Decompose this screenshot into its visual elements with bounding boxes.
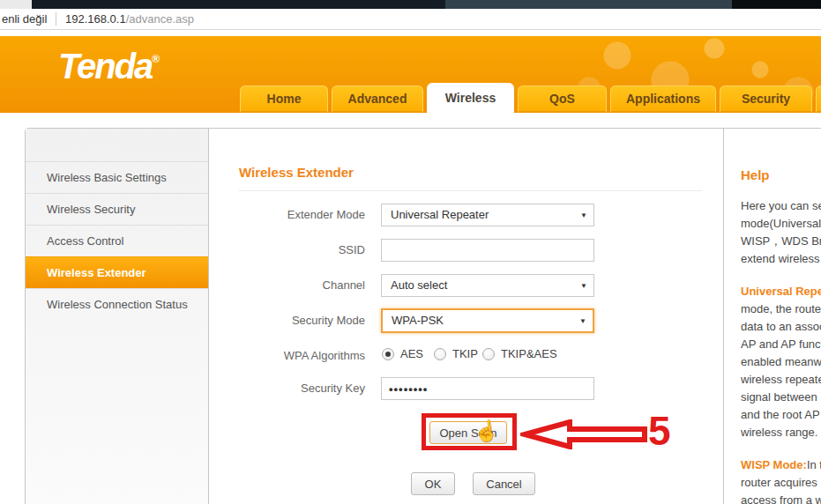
radio-option-tkip[interactable]: TKIP	[434, 347, 478, 360]
router-admin-page: enli değil 192.168.0.1/advance.asp Tenda…	[0, 0, 821, 504]
annotation-arrow-left-icon	[520, 419, 649, 449]
registered-mark: ®	[152, 53, 160, 65]
tab-wireless[interactable]: Wireless	[427, 83, 514, 113]
radio-checked-icon[interactable]	[382, 348, 394, 360]
security-key-row: Security Key	[210, 377, 723, 404]
tenda-logo: Tenda®	[58, 47, 160, 86]
help-text-line: router acquires	[741, 474, 821, 492]
tab-qos[interactable]: QoS	[518, 85, 607, 113]
help-text-line: signal between	[741, 389, 821, 406]
cancel-button[interactable]: Cancel	[473, 472, 535, 495]
sidebar-spacer	[26, 129, 208, 161]
extender-mode-row: Extender Mode Universal Repeater ▼	[210, 204, 723, 230]
browser-tab-bar-right	[732, 0, 821, 9]
extender-mode-select[interactable]: Universal Repeater ▼	[381, 204, 594, 226]
radio-option-tkip-aes[interactable]: TKIP&AES	[482, 347, 557, 360]
tab-home[interactable]: Home	[240, 85, 328, 113]
help-panel: Help Here you can se mode(Universal WISP…	[723, 129, 821, 504]
chevron-down-icon: ▼	[579, 310, 586, 332]
open-scan-button[interactable]: Open Scan	[429, 421, 507, 444]
chevron-down-icon: ▼	[580, 204, 587, 226]
help-text-line: extend wireless	[741, 250, 821, 268]
sidebar-item-wireless-basic-settings[interactable]: Wireless Basic Settings	[26, 161, 208, 193]
tab-security[interactable]: Security	[720, 85, 812, 113]
help-text-line: access from a w	[741, 492, 821, 504]
security-key-input[interactable]	[381, 377, 594, 400]
security-key-label: Security Key	[210, 377, 365, 400]
main-panel: Wireless Extender Extender Mode Universa…	[210, 129, 723, 504]
sidebar-item-wireless-security[interactable]: Wireless Security	[26, 193, 208, 225]
page-title: Wireless Extender	[239, 165, 354, 180]
title-divider	[239, 190, 702, 191]
help-text-line: wireless repeate	[741, 371, 821, 389]
channel-row: Channel Auto select ▼	[210, 274, 723, 300]
help-section-heading: WISP Mode:	[741, 458, 807, 471]
ok-button[interactable]: OK	[411, 472, 455, 495]
url-field[interactable]: 192.168.0.1/advance.asp	[65, 12, 194, 26]
radio-unchecked-icon[interactable]	[434, 348, 446, 360]
security-mode-label: Security Mode	[210, 309, 365, 332]
help-text-line: enabled meanw	[741, 353, 821, 371]
main-nav-tabs: Home Advanced Wireless QoS Applications …	[240, 83, 821, 113]
tab-applications[interactable]: Applications	[610, 85, 716, 113]
ssid-input[interactable]	[381, 239, 594, 262]
address-bar-divider	[56, 12, 56, 26]
channel-select[interactable]: Auto select ▼	[381, 274, 594, 297]
sidebar-item-wireless-connection-status[interactable]: Wireless Connection Status	[26, 288, 208, 320]
wpa-algorithms-label: WPA Algorithms	[210, 345, 365, 367]
annotation-step-number: 5	[648, 407, 671, 455]
help-title: Help	[741, 167, 821, 182]
sidebar: Wireless Basic Settings Wireless Securit…	[26, 129, 209, 504]
wpa-algorithms-row: WPA Algorithms AES TKIP TKIP&AES	[210, 345, 723, 371]
help-text-line: mode(Universal	[741, 215, 821, 233]
app-header: Tenda® Home Advanced Wireless QoS Applic…	[0, 36, 821, 113]
browser-address-bar[interactable]: enli değil 192.168.0.1/advance.asp	[0, 9, 821, 30]
help-text-line: wireless range.	[741, 424, 821, 441]
browser-tab-bar	[0, 0, 821, 9]
radio-unchecked-icon[interactable]	[482, 348, 495, 360]
help-text-line: AP and AP funct	[741, 336, 821, 353]
sidebar-item-wireless-extender[interactable]: Wireless Extender	[26, 256, 208, 288]
channel-label: Channel	[210, 274, 365, 297]
help-text-line: Here you can se	[741, 197, 821, 215]
chevron-down-icon: ▼	[580, 275, 587, 297]
security-mode-select[interactable]: WPA-PSK ▼	[381, 308, 594, 333]
security-mode-row: Security Mode WPA-PSK ▼	[210, 309, 723, 336]
help-text-line: WISP，WDS Brid	[741, 233, 821, 250]
content-frame: Wireless Basic Settings Wireless Securit…	[25, 128, 821, 504]
ssid-row: SSID	[210, 239, 723, 265]
tab-partial[interactable]	[816, 85, 821, 113]
security-status-label: enli değil	[2, 12, 47, 26]
browser-tab[interactable]	[0, 0, 32, 9]
help-text-line: mode, the route	[741, 300, 821, 318]
browser-tab-group	[445, 0, 732, 9]
tab-advanced[interactable]: Advanced	[332, 85, 423, 113]
help-section-heading: Universal Repea	[741, 283, 821, 300]
ssid-label: SSID	[210, 239, 365, 262]
extender-mode-label: Extender Mode	[210, 204, 365, 226]
help-text-line: and the root AP	[741, 406, 821, 424]
help-text-line: WISP Mode:In th	[741, 456, 821, 474]
url-host: 192.168.0.1	[65, 12, 126, 26]
help-text-line: data to an assoc	[741, 318, 821, 336]
radio-option-aes[interactable]: AES	[382, 347, 423, 360]
sidebar-item-access-control[interactable]: Access Control	[26, 225, 208, 256]
url-path: /advance.asp	[126, 12, 194, 26]
